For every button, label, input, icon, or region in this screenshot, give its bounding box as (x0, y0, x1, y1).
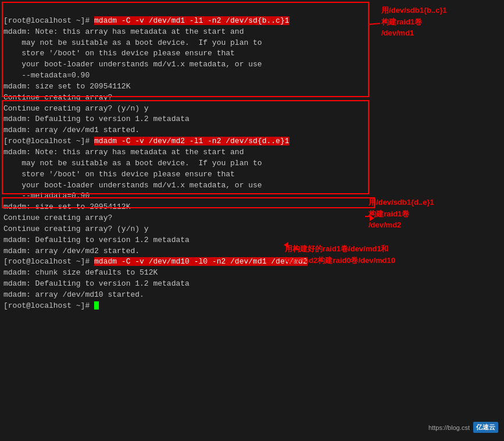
arrow-2-line (365, 216, 371, 217)
line-1-8: Continue creating array? (3, 93, 112, 102)
prompt-2: [root@localhost ~]# mdadm -C -v /dev/md2… (3, 137, 289, 145)
line-1-11: mdadm: array /dev/md1 started. (3, 126, 140, 134)
line-2-11: mdadm: array /dev/md2 started. (3, 247, 140, 255)
watermark-logo: 亿速云 (473, 422, 498, 433)
line-2-6: --metadata=0.90 (3, 191, 90, 200)
line-1-6: --metadata=0.90 (3, 71, 90, 80)
arrow-3 (284, 242, 288, 248)
line-1-7: mdadm: size set to 20954112K (3, 82, 130, 91)
line-3-2: mdadm: chunk size defaults to 512K (3, 268, 158, 277)
terminal-content: [root@localhost ~]# mdadm -C -v /dev/md1… (3, 5, 501, 322)
prompt-1: [root@localhost ~]# mdadm -C -v /dev/md1… (3, 16, 289, 25)
line-2-3: may not be suitable as a boot device. If… (3, 159, 262, 168)
line-2-5: your boot-loader understands md/v1.x met… (3, 181, 262, 190)
terminal-window: [root@localhost ~]# mdadm -C -v /dev/md1… (0, 0, 504, 441)
line-2-8: Continue creating array? (3, 214, 112, 222)
line-3-3: mdadm: Defaulting to version 1.2 metadat… (3, 279, 190, 288)
line-2-4: store '/boot' on this device please ensu… (3, 170, 235, 179)
line-1-4: store '/boot' on this device please ensu… (3, 49, 235, 58)
line-2-2: mdadm: Note: this array has metadata at … (3, 148, 244, 157)
prompt-4: [root@localhost ~]# (3, 301, 99, 310)
line-1-10: mdadm: Defaulting to version 1.2 metadat… (3, 115, 190, 123)
line-1-3: may not be suitable as a boot device. If… (3, 38, 262, 47)
line-1-5: your boot-loader understands md/v1.x met… (3, 60, 262, 69)
line-1-2: mdadm: Note: this array has metadata at … (3, 27, 244, 36)
watermark: https://blog.cst 亿速云 (428, 422, 498, 433)
line-3-4: mdadm: array /dev/md10 started. (3, 290, 144, 299)
cursor-blink (94, 301, 99, 310)
line-1-9: Continue creating array? (y/n) y (3, 104, 149, 113)
prompt-3: [root@localhost ~]# mdadm -C -v /dev/md1… (3, 257, 308, 266)
watermark-url: https://blog.cst (428, 424, 470, 431)
line-2-7: mdadm: size set to 20954112K (3, 202, 130, 211)
line-2-9: Continue creating array? (y/n) y (3, 225, 149, 233)
line-2-10: mdadm: Defaulting to version 1.2 metadat… (3, 236, 190, 244)
